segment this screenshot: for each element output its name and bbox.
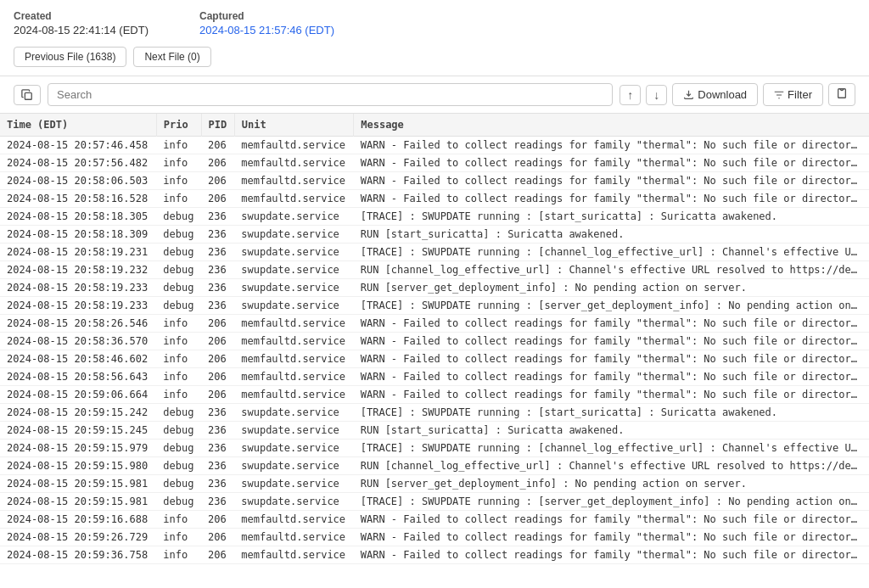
log-table: Time (EDT) Prio PID Unit Message 2024-08… [0, 114, 869, 566]
download-button[interactable]: Download [672, 83, 758, 106]
search-input[interactable] [48, 83, 613, 106]
cell-prio: debug [156, 422, 201, 440]
cell-unit: swupdate.service [234, 261, 354, 279]
cell-unit: memfaultd.service [234, 172, 354, 190]
cell-time: 2024-08-15 20:58:18.305 [0, 208, 156, 226]
cell-time: 2024-08-15 20:58:19.232 [0, 261, 156, 279]
cell-prio: debug [156, 261, 201, 279]
cell-prio: info [156, 368, 201, 386]
cell-time: 2024-08-15 20:59:16.688 [0, 511, 156, 529]
created-group: Created 2024-08-15 22:41:14 (EDT) [14, 10, 149, 36]
table-row: 2024-08-15 20:58:26.546 info 206 memfaul… [0, 315, 869, 333]
cell-message: [TRACE] : SWUPDATE running : [channel_lo… [354, 244, 869, 261]
cell-unit: swupdate.service [234, 440, 354, 457]
cell-pid: 236 [201, 493, 234, 511]
cell-pid: 206 [201, 350, 234, 368]
table-row: 2024-08-15 20:58:06.503 info 206 memfaul… [0, 172, 869, 190]
table-row: 2024-08-15 20:59:15.981 debug 236 swupda… [0, 493, 869, 511]
clipboard-button[interactable] [828, 83, 855, 106]
cell-time: 2024-08-15 20:57:46.458 [0, 137, 156, 154]
col-unit: Unit [234, 114, 354, 137]
col-message: Message [354, 114, 869, 137]
previous-file-button[interactable]: Previous File (1638) [14, 47, 126, 67]
col-prio: Prio [156, 114, 201, 137]
cell-message: RUN [start_suricatta] : Suricatta awaken… [354, 422, 869, 440]
cell-message: [TRACE] : SWUPDATE running : [channel_lo… [354, 440, 869, 457]
cell-unit: swupdate.service [234, 457, 354, 475]
cell-pid: 236 [201, 475, 234, 493]
cell-prio: info [156, 564, 201, 567]
log-table-body: 2024-08-15 20:57:46.458 info 206 memfaul… [0, 137, 869, 567]
next-file-button[interactable]: Next File (0) [133, 47, 210, 67]
scroll-down-button[interactable]: ↓ [646, 85, 667, 105]
cell-pid: 206 [201, 137, 234, 154]
cell-time: 2024-08-15 20:59:15.245 [0, 422, 156, 440]
table-row: 2024-08-15 20:58:18.305 debug 236 swupda… [0, 208, 869, 226]
cell-prio: debug [156, 279, 201, 297]
table-wrapper: Time (EDT) Prio PID Unit Message 2024-08… [0, 114, 869, 566]
cell-unit: swupdate.service [234, 244, 354, 261]
cell-pid: 206 [201, 511, 234, 529]
cell-prio: debug [156, 226, 201, 244]
cell-message: RUN [start_suricatta] : Suricatta awaken… [354, 226, 869, 244]
cell-prio: debug [156, 457, 201, 475]
toolbar: ↑ ↓ Download Filter [0, 76, 869, 114]
cell-time: 2024-08-15 20:59:15.981 [0, 475, 156, 493]
cell-pid: 236 [201, 457, 234, 475]
cell-time: 2024-08-15 20:58:19.233 [0, 279, 156, 297]
cell-unit: memfaultd.service [234, 333, 354, 350]
cell-pid: 236 [201, 279, 234, 297]
table-row: 2024-08-15 20:59:36.758 info 206 memfaul… [0, 546, 869, 564]
col-pid: PID [201, 114, 234, 137]
cell-unit: memfaultd.service [234, 564, 354, 567]
cell-pid: 206 [201, 368, 234, 386]
cell-message: RUN [channel_log_effective_url] : Channe… [354, 457, 869, 475]
cell-time: 2024-08-15 20:59:15.979 [0, 440, 156, 457]
cell-unit: swupdate.service [234, 226, 354, 244]
cell-prio: info [156, 190, 201, 208]
cell-prio: info [156, 511, 201, 529]
captured-value[interactable]: 2024-08-15 21:57:46 (EDT) [199, 24, 334, 36]
cell-unit: memfaultd.service [234, 368, 354, 386]
cell-time: 2024-08-15 20:58:18.309 [0, 226, 156, 244]
cell-pid: 236 [201, 422, 234, 440]
scroll-up-button[interactable]: ↑ [620, 85, 641, 105]
table-row: 2024-08-15 20:58:19.233 debug 236 swupda… [0, 297, 869, 315]
cell-unit: swupdate.service [234, 279, 354, 297]
download-label: Download [698, 88, 747, 101]
table-row: 2024-08-15 20:58:19.231 debug 236 swupda… [0, 244, 869, 261]
download-icon [683, 89, 694, 100]
cell-message: WARN - Failed to collect readings for fa… [354, 190, 869, 208]
cell-prio: debug [156, 244, 201, 261]
cell-unit: memfaultd.service [234, 546, 354, 564]
cell-pid: 206 [201, 154, 234, 172]
cell-message: WARN - Failed to collect readings for fa… [354, 386, 869, 404]
cell-message: WARN - Failed to collect readings for fa… [354, 368, 869, 386]
copy-button[interactable] [14, 85, 41, 105]
cell-unit: swupdate.service [234, 404, 354, 422]
cell-pid: 236 [201, 226, 234, 244]
file-nav: Previous File (1638) Next File (0) [14, 47, 855, 67]
cell-unit: memfaultd.service [234, 511, 354, 529]
cell-time: 2024-08-15 20:58:19.233 [0, 297, 156, 315]
filter-icon [774, 90, 784, 100]
cell-prio: info [156, 154, 201, 172]
cell-pid: 206 [201, 333, 234, 350]
cell-pid: 236 [201, 297, 234, 315]
cell-unit: memfaultd.service [234, 137, 354, 154]
col-time: Time (EDT) [0, 114, 156, 137]
cell-message: WARN - Failed to collect readings for fa… [354, 137, 869, 154]
header-section: Created 2024-08-15 22:41:14 (EDT) Captur… [0, 0, 869, 76]
cell-unit: memfaultd.service [234, 386, 354, 404]
toolbar-right: ↑ ↓ Download Filter [620, 83, 855, 106]
filter-button[interactable]: Filter [763, 83, 823, 106]
cell-time: 2024-08-15 20:58:56.643 [0, 368, 156, 386]
clipboard-icon [836, 87, 848, 99]
cell-pid: 236 [201, 440, 234, 457]
cell-unit: swupdate.service [234, 422, 354, 440]
cell-pid: 236 [201, 261, 234, 279]
cell-time: 2024-08-15 20:58:36.570 [0, 333, 156, 350]
cell-pid: 236 [201, 404, 234, 422]
cell-pid: 206 [201, 315, 234, 333]
cell-message: WARN - Failed to collect readings for fa… [354, 172, 869, 190]
